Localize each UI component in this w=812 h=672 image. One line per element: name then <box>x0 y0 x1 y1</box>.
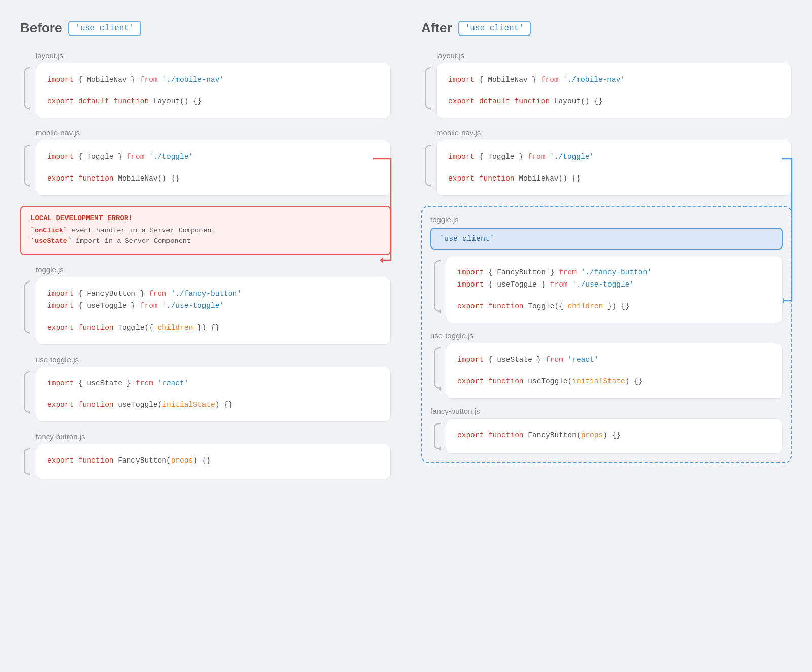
after-layout-line2: export default function Layout() {} <box>448 95 780 108</box>
after-fancybutton-label: fancy-button.js <box>430 407 783 415</box>
before-layout-label: layout.js <box>36 51 391 60</box>
svg-marker-9 <box>438 309 441 313</box>
before-mobilenav-bracket <box>20 140 35 191</box>
before-toggle-block: toggle.js import { FancyButton } from '.… <box>20 265 391 345</box>
before-mobilenav-label: mobile-nav.js <box>36 128 391 137</box>
after-mobilenav-section: mobile-nav.js import { Toggle } from './… <box>421 128 792 195</box>
after-column: After 'use client' layout.js import { Mo… <box>421 20 792 489</box>
before-toggle-line2: import { useToggle } from './use-toggle' <box>47 300 379 312</box>
before-fancybutton-bracket <box>20 444 35 479</box>
before-title: Before <box>20 20 62 36</box>
after-mobilenav-line1: import { Toggle } from './toggle' <box>448 151 780 163</box>
after-toggle-bracket <box>430 256 445 316</box>
before-mobilenav-card: import { Toggle } from './toggle' export… <box>36 140 391 195</box>
svg-marker-6 <box>429 107 431 111</box>
before-column: Before 'use client' layout.js import { M… <box>20 20 391 489</box>
svg-marker-3 <box>28 331 30 335</box>
before-toggle-line3: export function Toggle({ children }) {} <box>47 322 379 334</box>
after-layout-block: layout.js import { MobileNav } from './m… <box>421 51 792 118</box>
svg-marker-1 <box>28 184 30 188</box>
before-mobilenav-line1: import { Toggle } from './toggle' <box>47 151 379 163</box>
after-toggle-card: import { FancyButton } from './fancy-but… <box>446 256 783 324</box>
after-use-client-bar: 'use client' <box>430 228 783 250</box>
after-mobilenav-line2: export function MobileNav() {} <box>448 172 780 185</box>
svg-marker-7 <box>429 184 431 188</box>
before-toggle-card: import { FancyButton } from './fancy-but… <box>36 277 391 345</box>
before-mobilenav-block: mobile-nav.js import { Toggle } from './… <box>20 128 391 195</box>
after-layout-line1: import { MobileNav } from './mobile-nav' <box>448 74 780 86</box>
after-layout-card: import { MobileNav } from './mobile-nav'… <box>436 63 792 118</box>
before-mobilenav-section: mobile-nav.js import { Toggle } from './… <box>20 128 391 195</box>
svg-marker-0 <box>28 107 30 111</box>
before-usetoggle-card: import { useState } from 'react' export … <box>36 367 391 422</box>
after-fancybutton-line1: export function FancyButton(props) {} <box>457 429 771 442</box>
before-fancybutton-card: export function FancyButton(props) {} <box>36 444 391 479</box>
before-layout-line1: import { MobileNav } from './mobile-nav' <box>47 74 379 86</box>
before-mobilenav-line2: export function MobileNav() {} <box>47 172 379 185</box>
after-toggle-line3: export function Toggle({ children }) {} <box>457 300 771 313</box>
after-header: After 'use client' <box>421 20 792 36</box>
svg-marker-2 <box>380 257 383 263</box>
after-usetoggle-card: import { useState } from 'react' export … <box>446 343 783 398</box>
after-toggle-line1: import { FancyButton } from './fancy-but… <box>457 266 771 279</box>
before-error-line2: `useState` import in a Server Component <box>30 236 381 247</box>
before-toggle-label: toggle.js <box>36 265 391 274</box>
svg-marker-10 <box>438 386 441 391</box>
before-toggle-line1: import { FancyButton } from './fancy-but… <box>47 288 379 300</box>
before-use-client-badge: 'use client' <box>68 21 141 36</box>
after-usetoggle-bracket <box>430 343 445 394</box>
before-header: Before 'use client' <box>20 20 391 36</box>
after-toggle-label-outer: toggle.js <box>430 215 783 224</box>
before-error-title: LOCAL DEVELOPMENT ERROR! <box>30 214 381 222</box>
after-fancybutton-card: export function FancyButton(props) {} <box>446 418 783 454</box>
after-layout-label: layout.js <box>436 51 792 60</box>
before-layout-block: layout.js import { MobileNav } from './m… <box>20 51 391 118</box>
after-title: After <box>421 20 452 36</box>
after-fancybutton-bracket <box>430 418 445 454</box>
before-layout-bracket <box>20 63 35 114</box>
after-toggle-line2: import { useToggle } from './use-toggle' <box>457 278 771 291</box>
after-use-client-badge: 'use client' <box>458 21 531 36</box>
before-usetoggle-block: use-toggle.js import { useState } from '… <box>20 355 391 422</box>
after-use-client-text: 'use client' <box>439 235 494 243</box>
before-fancybutton-line1: export function FancyButton(props) {} <box>47 454 379 467</box>
before-error-line1: `onClick` event handler in a Server Comp… <box>30 225 381 236</box>
svg-marker-11 <box>438 447 441 451</box>
svg-marker-5 <box>28 472 30 476</box>
after-usetoggle-line2: export function useToggle(initialState) … <box>457 375 771 388</box>
before-fancybutton-block: fancy-button.js export function FancyBut… <box>20 432 391 479</box>
after-usetoggle-label: use-toggle.js <box>430 331 783 340</box>
before-layout-line2: export default function Layout() {} <box>47 95 379 108</box>
after-usetoggle-line1: import { useState } from 'react' <box>457 353 771 366</box>
after-layout-bracket <box>421 63 435 114</box>
before-usetoggle-line1: import { useState } from 'react' <box>47 377 379 390</box>
before-toggle-bracket <box>20 277 35 338</box>
after-dashed-group: toggle.js 'use client' import { FancyBut… <box>421 206 792 463</box>
after-mobilenav-card: import { Toggle } from './toggle' export… <box>436 140 792 195</box>
svg-marker-4 <box>28 410 30 414</box>
before-fancybutton-label: fancy-button.js <box>36 432 391 441</box>
main-container: Before 'use client' layout.js import { M… <box>20 20 792 489</box>
before-usetoggle-label: use-toggle.js <box>36 355 391 364</box>
after-mobilenav-block: mobile-nav.js import { Toggle } from './… <box>421 128 792 195</box>
before-error-box: LOCAL DEVELOPMENT ERROR! `onClick` event… <box>20 206 391 255</box>
before-usetoggle-line2: export function useToggle(initialState) … <box>47 399 379 411</box>
before-usetoggle-bracket <box>20 367 35 417</box>
after-mobilenav-bracket <box>421 140 435 191</box>
after-mobilenav-label: mobile-nav.js <box>436 128 792 137</box>
before-layout-card: import { MobileNav } from './mobile-nav'… <box>36 63 391 118</box>
